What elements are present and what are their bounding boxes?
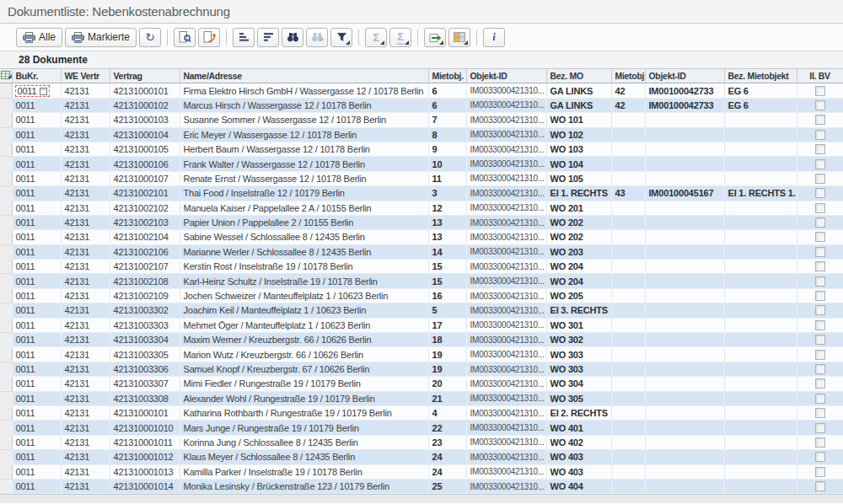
col-header-bez_mietobjekt[interactable]: Bez. Mietobjekt xyxy=(724,69,797,83)
cell-objekt_id2[interactable] xyxy=(645,260,724,274)
cell-objekt_id2[interactable] xyxy=(645,318,724,332)
cell-bukr[interactable]: 0011 xyxy=(12,362,61,376)
cell-we_vertr[interactable]: 42131 xyxy=(61,288,110,303)
row-selector[interactable] xyxy=(0,435,12,449)
cell-we_vertr[interactable]: 42131 xyxy=(61,464,110,479)
cell-bukr[interactable]: 0011 xyxy=(12,171,61,185)
cell-mietobj1[interactable]: 19 xyxy=(428,347,466,362)
cell-mietobj1[interactable]: 8 xyxy=(428,127,466,142)
cell-name[interactable]: Samuel Knopf / Kreuzbergstr. 67 / 10626 … xyxy=(180,362,428,376)
cell-objekt_id1[interactable]: IM0033000421310... xyxy=(466,479,546,493)
cell-bez_mietobjekt[interactable] xyxy=(724,201,797,215)
cell-objekt_id1[interactable]: IM0033000421310... xyxy=(466,260,546,274)
iibv-checkbox[interactable] xyxy=(815,247,825,257)
cell-we_vertr[interactable]: 42131 xyxy=(61,421,110,435)
iibv-checkbox[interactable] xyxy=(815,130,825,140)
cell-we_vertr[interactable]: 42131 xyxy=(61,157,110,171)
cell-mietobj2[interactable] xyxy=(611,450,645,464)
cell-mietobj2[interactable] xyxy=(611,303,645,318)
row-selector[interactable] xyxy=(0,113,12,127)
export-button[interactable] xyxy=(424,28,446,47)
cell-mietobj1[interactable]: 6 xyxy=(428,83,466,98)
cell-bez_mietobjekt[interactable] xyxy=(724,318,797,332)
cell-objekt_id1[interactable]: IM0033000421310... xyxy=(466,288,546,303)
cell-objekt_id1[interactable]: IM0033000421310... xyxy=(466,215,546,229)
cell-vertrag[interactable]: 42131003308 xyxy=(110,391,180,405)
cell-vertrag[interactable]: 42131000101 xyxy=(110,405,180,420)
cell-mietobj2[interactable] xyxy=(611,215,645,229)
row-selector[interactable] xyxy=(0,377,12,391)
cell-objekt_id1[interactable]: IM0033000421310... xyxy=(466,127,546,142)
iibv-checkbox[interactable] xyxy=(815,261,825,271)
cell-bez_mietobjekt[interactable] xyxy=(724,421,797,435)
cell-bez_mietobjekt[interactable] xyxy=(724,244,797,259)
row-selector[interactable] xyxy=(0,127,12,142)
cell-objekt_id2[interactable] xyxy=(645,450,724,464)
iibv-checkbox[interactable] xyxy=(815,86,825,96)
cell-name[interactable]: Katharina Rothbarth / Rungestraße 19 / 1… xyxy=(180,405,428,420)
cell-objekt_id2[interactable] xyxy=(645,142,724,156)
choose-layout-button[interactable] xyxy=(448,28,470,47)
cell-we_vertr[interactable]: 42131 xyxy=(61,127,110,142)
cell-objekt_id2[interactable]: IM00100042733 xyxy=(645,83,724,98)
table-row[interactable]: 00114213142131003307Mimi Fiedler / Runge… xyxy=(0,377,843,391)
iibv-checkbox[interactable] xyxy=(815,188,825,198)
row-selector[interactable] xyxy=(0,464,12,479)
cell-bez_mo[interactable]: WO 301 xyxy=(546,318,611,332)
cell-name[interactable]: Susanne Sommer / Wassergasse 12 / 10178 … xyxy=(180,113,428,127)
cell-we_vertr[interactable]: 42131 xyxy=(61,274,110,288)
cell-objekt_id2[interactable] xyxy=(645,201,724,215)
iibv-checkbox[interactable] xyxy=(815,408,825,418)
cell-bukr[interactable]: 0011 xyxy=(12,464,61,479)
cell-mietobj2[interactable] xyxy=(611,274,645,288)
col-header-bez_mo[interactable]: Bez. MO xyxy=(546,69,611,83)
cell-mietobj1[interactable]: 15 xyxy=(428,274,466,288)
cell-bez_mo[interactable]: WO 403 xyxy=(546,450,611,464)
cell-mietobj2[interactable] xyxy=(611,479,645,493)
cell-bukr[interactable]: 0011 xyxy=(12,127,61,142)
document-flow-button[interactable] xyxy=(198,28,220,47)
table-row[interactable]: 001142131421310001011Korinna Jung / Schl… xyxy=(0,435,843,449)
cell-objekt_id1[interactable]: IM0033000421310... xyxy=(466,142,546,156)
row-selector[interactable] xyxy=(0,274,12,288)
table-row[interactable]: 00114213142131002101Thai Food / Inselstr… xyxy=(0,186,843,201)
table-row[interactable]: 00114213142131003308Alexander Wohl / Run… xyxy=(0,391,843,405)
cell-objekt_id2[interactable] xyxy=(645,288,724,303)
cell-vertrag[interactable]: 42131002102 xyxy=(110,201,180,215)
table-row[interactable]: 00114213142131002104Sabine Wessel / Schl… xyxy=(0,230,843,244)
cell-bez_mietobjekt[interactable] xyxy=(724,391,797,405)
cell-vertrag[interactable]: 421310001010 xyxy=(110,421,180,435)
cell-we_vertr[interactable]: 42131 xyxy=(61,347,110,362)
row-selector[interactable] xyxy=(0,421,12,435)
cell-bukr[interactable]: 0011 xyxy=(12,450,61,464)
row-selector[interactable] xyxy=(0,230,12,244)
cell-vertrag[interactable]: 42131003302 xyxy=(110,303,180,318)
cell-we_vertr[interactable]: 42131 xyxy=(61,479,110,493)
row-selector[interactable] xyxy=(0,303,12,318)
cell-bez_mietobjekt[interactable] xyxy=(724,215,797,229)
cell-mietobj1[interactable]: 6 xyxy=(428,98,466,112)
iibv-checkbox[interactable] xyxy=(815,217,825,228)
cell-bez_mo[interactable]: WO 303 xyxy=(546,347,611,362)
cell-vertrag[interactable]: 42131002106 xyxy=(110,244,180,259)
cell-objekt_id1[interactable]: IM0033000421310... xyxy=(466,186,546,201)
cell-we_vertr[interactable]: 42131 xyxy=(61,405,110,420)
cell-name[interactable]: Mimi Fiedler / Rungestraße 19 / 10179 Be… xyxy=(180,377,428,391)
cell-bez_mo[interactable]: EI 2. RECHTS xyxy=(546,405,611,420)
cell-objekt_id1[interactable]: IM0033000421310... xyxy=(466,230,546,244)
cell-name[interactable]: Renate Ernst / Wassergasse 12 / 10178 Be… xyxy=(180,171,428,185)
cell-objekt_id2[interactable] xyxy=(645,113,724,127)
row-selector[interactable] xyxy=(0,450,12,464)
cell-mietobj2[interactable] xyxy=(611,333,645,347)
cell-bukr[interactable]: 0011 xyxy=(12,83,61,98)
cell-mietobj1[interactable]: 24 xyxy=(428,450,466,464)
cell-bez_mo[interactable]: WO 202 xyxy=(546,230,611,244)
table-row[interactable]: 00114213142131000102Marcus Hirsch / Wass… xyxy=(0,98,843,112)
cell-objekt_id1[interactable]: IM0033000421310... xyxy=(466,435,546,449)
cell-objekt_id2[interactable]: IM00100042733 xyxy=(645,98,724,112)
cell-we_vertr[interactable]: 42131 xyxy=(61,435,110,449)
cell-mietobj1[interactable]: 21 xyxy=(428,391,466,405)
table-row[interactable]: 00114213142131003304Maxim Werner / Kreuz… xyxy=(0,333,843,347)
cell-mietobj2[interactable] xyxy=(611,377,645,391)
cell-bukr[interactable]: 0011 xyxy=(12,405,61,420)
